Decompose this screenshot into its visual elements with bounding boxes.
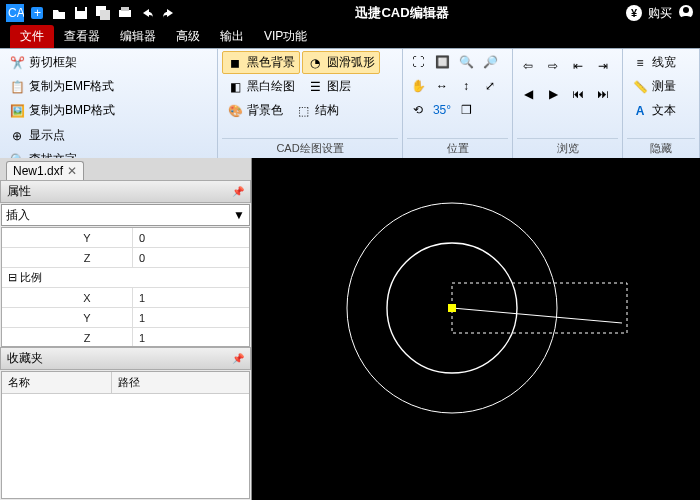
document-tabs: New1.dxf ✕ bbox=[0, 158, 251, 180]
panel-browse-label: 浏览 bbox=[517, 138, 618, 158]
file-prev-button[interactable]: ◀ bbox=[517, 83, 539, 105]
fav-col-path[interactable]: 路径 bbox=[112, 372, 146, 393]
drawing-canvas[interactable] bbox=[252, 158, 700, 500]
svg-text:+: + bbox=[34, 6, 41, 20]
show-points-button[interactable]: ⊕显示点 bbox=[4, 124, 213, 147]
structure-button[interactable]: ⬚结构 bbox=[290, 99, 344, 122]
properties-title: 属性 bbox=[7, 183, 31, 200]
tab-output[interactable]: 输出 bbox=[210, 25, 254, 48]
saveall-icon[interactable] bbox=[94, 4, 112, 22]
filenext-icon: ▶ bbox=[545, 86, 561, 102]
document-tab[interactable]: New1.dxf ✕ bbox=[6, 161, 84, 180]
tab-viewer[interactable]: 查看器 bbox=[54, 25, 110, 48]
property-row[interactable]: X1 bbox=[2, 288, 249, 308]
print-icon[interactable] bbox=[116, 4, 134, 22]
zoom-in-button[interactable]: 🔍 bbox=[455, 51, 477, 73]
zoom-window-button[interactable]: 🔲 bbox=[431, 51, 453, 73]
nav-first-button[interactable]: ⇤ bbox=[567, 55, 589, 77]
redo-icon[interactable] bbox=[160, 4, 178, 22]
file-next-button[interactable]: ▶ bbox=[542, 83, 564, 105]
user-icon[interactable] bbox=[678, 4, 694, 23]
panel-cad-label: CAD绘图设置 bbox=[222, 138, 398, 158]
tab-vip[interactable]: VIP功能 bbox=[254, 25, 317, 48]
panel-browse: ⇦ ⇨ ⇤ ⇥ ◀ ▶ ⏮ ⏭ 浏览 bbox=[513, 49, 623, 158]
fit-width-button[interactable]: ↔ bbox=[431, 75, 453, 97]
workspace: New1.dxf ✕ 属性 📌 插入 ▼ Y0Z0⊟ 比例X1Y1Z1 收藏夹 … bbox=[0, 158, 700, 500]
save-icon[interactable] bbox=[72, 4, 90, 22]
new-icon[interactable]: + bbox=[28, 4, 46, 22]
arrow-right-icon: ⇨ bbox=[545, 58, 561, 74]
zoom-extents-icon: ⛶ bbox=[410, 54, 426, 70]
nav-next-button[interactable]: ⇨ bbox=[542, 55, 564, 77]
property-value[interactable]: 0 bbox=[132, 248, 249, 267]
buy-link[interactable]: 购买 bbox=[648, 5, 672, 22]
svg-rect-15 bbox=[452, 283, 627, 333]
properties-grid[interactable]: Y0Z0⊟ 比例X1Y1Z1 bbox=[1, 227, 250, 347]
tab-advanced[interactable]: 高级 bbox=[166, 25, 210, 48]
zoom-in-icon: 🔍 bbox=[458, 54, 474, 70]
pin-icon[interactable]: 📌 bbox=[232, 353, 244, 364]
tab-editor[interactable]: 编辑器 bbox=[110, 25, 166, 48]
smooth-arc-button[interactable]: ◔圆滑弧形 bbox=[302, 51, 380, 74]
open-icon[interactable] bbox=[50, 4, 68, 22]
zoom-scale-button[interactable]: ⤢ bbox=[479, 75, 501, 97]
pan-icon: ✋ bbox=[410, 78, 426, 94]
pin-icon[interactable]: 📌 bbox=[232, 186, 244, 197]
layer-button[interactable]: ☰图层 bbox=[302, 75, 356, 98]
svg-rect-16 bbox=[448, 304, 456, 312]
property-key: Y bbox=[2, 232, 132, 244]
zoom-extents-button[interactable]: ⛶ bbox=[407, 51, 429, 73]
file-last-button[interactable]: ⏭ bbox=[592, 83, 614, 105]
nav-prev-button[interactable]: ⇦ bbox=[517, 55, 539, 77]
measure-button[interactable]: 📏测量 bbox=[627, 75, 695, 98]
text-icon: A bbox=[632, 103, 648, 119]
bgcolor-icon: 🎨 bbox=[227, 103, 243, 119]
fav-col-name[interactable]: 名称 bbox=[2, 372, 112, 393]
bgcolor-button[interactable]: 🎨背景色 bbox=[222, 99, 288, 122]
view3d-button[interactable]: ❒ bbox=[455, 99, 477, 121]
property-row[interactable]: Y1 bbox=[2, 308, 249, 328]
property-row[interactable]: Y0 bbox=[2, 228, 249, 248]
panel-pos-label: 位置 bbox=[407, 138, 508, 158]
property-value[interactable]: 1 bbox=[132, 328, 249, 347]
emf-icon: 📋 bbox=[9, 79, 25, 95]
close-icon[interactable]: ✕ bbox=[67, 164, 77, 178]
black-bg-button[interactable]: ◼黑色背景 bbox=[222, 51, 300, 74]
property-row[interactable]: Z1 bbox=[2, 328, 249, 347]
blackbg-icon: ◼ bbox=[227, 55, 243, 71]
property-value[interactable]: 1 bbox=[132, 308, 249, 327]
zoom-out-button[interactable]: 🔎 bbox=[479, 51, 501, 73]
panel-tools: ✂️剪切框架 📋复制为EMF格式 🖼️复制为BMP格式 ⊕显示点 🔍查找文字 ▦… bbox=[0, 49, 218, 158]
filefirst-icon: ⏮ bbox=[570, 86, 586, 102]
copy-emf-button[interactable]: 📋复制为EMF格式 bbox=[4, 75, 213, 98]
file-first-button[interactable]: ⏮ bbox=[567, 83, 589, 105]
lineweight-button[interactable]: ≡线宽 bbox=[627, 51, 695, 74]
chevron-down-icon: ▼ bbox=[233, 208, 245, 222]
bmp-icon: 🖼️ bbox=[9, 103, 25, 119]
nav-last-button[interactable]: ⇥ bbox=[592, 55, 614, 77]
bw-draw-button[interactable]: ◧黑白绘图 bbox=[222, 75, 300, 98]
copy-bmp-button[interactable]: 🖼️复制为BMP格式 bbox=[4, 99, 213, 122]
pan-button[interactable]: ✋ bbox=[407, 75, 429, 97]
property-value[interactable]: 1 bbox=[132, 288, 249, 307]
currency-icon[interactable]: ¥ bbox=[626, 5, 642, 21]
rotate-button[interactable]: ⟲ bbox=[407, 99, 429, 121]
mode-combo[interactable]: 插入 ▼ bbox=[1, 204, 250, 226]
favorites-columns: 名称 路径 bbox=[2, 372, 249, 394]
clip-frame-button[interactable]: ✂️剪切框架 bbox=[4, 51, 213, 74]
linew-icon: ≡ bbox=[632, 55, 648, 71]
fit-height-button[interactable]: ↕ bbox=[455, 75, 477, 97]
app-icon[interactable]: CAD bbox=[6, 4, 24, 22]
angle-button[interactable]: 35° bbox=[431, 99, 453, 121]
property-value[interactable]: 0 bbox=[132, 228, 249, 247]
text-button[interactable]: A文本 bbox=[627, 99, 695, 122]
svg-rect-5 bbox=[77, 7, 85, 11]
property-key: Z bbox=[2, 332, 132, 344]
favorites-list[interactable]: 名称 路径 bbox=[1, 371, 250, 499]
property-row[interactable]: Z0 bbox=[2, 248, 249, 268]
drawing-svg bbox=[252, 158, 700, 500]
first-icon: ⇤ bbox=[570, 58, 586, 74]
property-row[interactable]: ⊟ 比例 bbox=[2, 268, 249, 288]
tab-file[interactable]: 文件 bbox=[10, 25, 54, 48]
undo-icon[interactable] bbox=[138, 4, 156, 22]
